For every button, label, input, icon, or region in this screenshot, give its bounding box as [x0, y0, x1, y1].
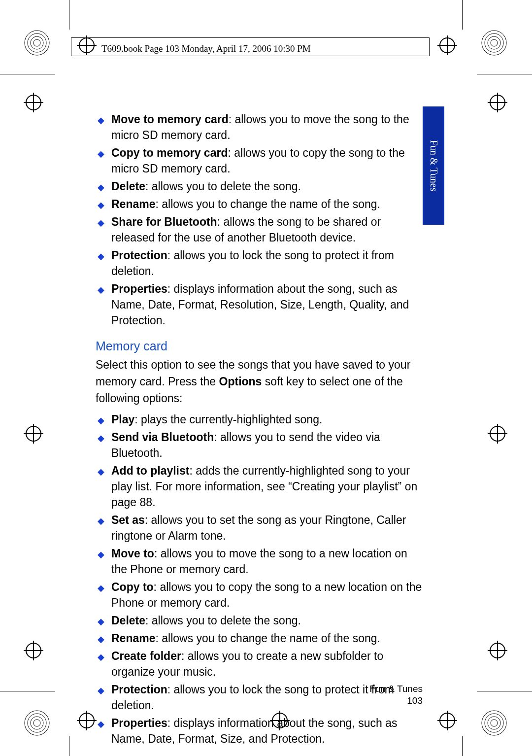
crop-line — [0, 691, 55, 691]
corner-spiral-icon — [24, 30, 50, 56]
list-item-term: Move to — [111, 547, 154, 560]
list-item-desc: : allows you to delete the song. — [145, 614, 301, 627]
list-item: Properties: displays information about t… — [96, 715, 423, 747]
list-item: Protection: allows you to lock the song … — [96, 247, 423, 279]
list-item-term: Protection — [111, 249, 167, 262]
list-item-desc: : allows you to set the song as your Rin… — [111, 514, 406, 542]
intro-bold: Options — [219, 375, 262, 388]
corner-spiral-icon — [24, 710, 50, 736]
list-item-term: Add to playlist — [111, 464, 189, 477]
svg-point-8 — [25, 711, 49, 735]
svg-point-2 — [31, 36, 43, 49]
list-item-term: Properties — [111, 717, 167, 729]
list-item-term: Move to memory card — [111, 113, 229, 126]
svg-point-12 — [482, 711, 506, 735]
svg-point-15 — [491, 720, 498, 726]
footer-page-number: 103 — [96, 695, 423, 707]
corner-spiral-icon — [481, 710, 507, 736]
crop-line — [69, 0, 69, 30]
svg-point-14 — [488, 717, 500, 729]
list-item: Properties: displays information about t… — [96, 281, 423, 328]
registration-mark-icon — [26, 426, 41, 442]
list-item: Create folder: allows you to create a ne… — [96, 648, 423, 680]
list-item: Set as: allows you to set the song as yo… — [96, 512, 423, 544]
list-item: Rename: allows you to change the name of… — [96, 630, 423, 646]
crop-line — [69, 736, 69, 756]
page-content: Move to memory card: allows you to move … — [96, 111, 423, 756]
registration-mark-icon — [79, 713, 95, 728]
registration-mark-icon — [26, 643, 41, 658]
svg-point-4 — [482, 31, 506, 55]
list-item-term: Share for Bluetooth — [111, 215, 217, 228]
list-item: Play: plays the currently-highlighted so… — [96, 412, 423, 427]
list-item-desc: : allows you to delete the song. — [145, 180, 301, 193]
svg-point-3 — [33, 39, 40, 46]
list-item: Move to: allows you to move the song to … — [96, 546, 423, 577]
svg-point-10 — [31, 717, 43, 729]
svg-point-6 — [488, 36, 500, 49]
list-item-term: Rename — [111, 198, 155, 210]
footer-section: Fun & Tunes — [96, 683, 423, 695]
list-item: Move to memory card: allows you to move … — [96, 111, 423, 143]
crop-line — [477, 691, 532, 691]
svg-point-7 — [491, 39, 498, 46]
list-item: Delete: allows you to delete the song. — [96, 178, 423, 194]
registration-mark-icon — [26, 95, 41, 110]
list-item-desc: : allows you to change the name of the s… — [155, 198, 380, 210]
list-item-term: Delete — [111, 614, 145, 627]
list-item-desc: : allows you to move the song to a new l… — [111, 547, 407, 576]
list-item: Copy to memory card: allows you to copy … — [96, 145, 423, 176]
page-footer: Fun & Tunes 103 — [96, 683, 423, 707]
list-item: Rename: allows you to change the name of… — [96, 196, 423, 212]
doc-header: T609.book Page 103 Monday, April 17, 200… — [101, 43, 311, 54]
registration-mark-icon — [439, 37, 455, 53]
registration-mark-icon — [490, 95, 505, 110]
list-item: Add to playlist: adds the currently-high… — [96, 463, 423, 510]
list-item-desc: : allows you to change the name of the s… — [155, 632, 380, 645]
registration-mark-icon — [490, 426, 505, 442]
list-item-term: Rename — [111, 632, 155, 645]
list-item-term: Send via Bluetooth — [111, 431, 214, 444]
list-item-term: Set as — [111, 514, 145, 526]
intro-paragraph: Select this option to see the songs that… — [96, 356, 423, 407]
list-item-term: Delete — [111, 180, 145, 193]
crop-line — [0, 74, 55, 74]
registration-mark-icon — [490, 643, 505, 658]
list-item: Share for Bluetooth: allows the song to … — [96, 214, 423, 245]
list-item-term: Play — [111, 413, 134, 426]
list-item-desc: : allows you to copy the song to a new l… — [111, 581, 422, 609]
list-item: Delete: allows you to delete the song. — [96, 613, 423, 628]
svg-point-0 — [25, 31, 49, 55]
list-item-term: Properties — [111, 282, 167, 295]
list-item-term: Copy to — [111, 581, 154, 593]
options-list-a: Move to memory card: allows you to move … — [96, 111, 423, 328]
list-item: Send via Bluetooth: allows you to send t… — [96, 429, 423, 461]
list-item-desc: : plays the currently-highlighted song. — [134, 413, 322, 426]
crop-line — [477, 74, 532, 74]
section-side-tab: Fun & Tunes — [423, 106, 444, 225]
svg-point-11 — [33, 720, 40, 726]
crop-line — [462, 736, 463, 756]
list-item-term: Copy to memory card — [111, 146, 228, 159]
list-item: Copy to: allows you to copy the song to … — [96, 579, 423, 611]
corner-spiral-icon — [481, 30, 507, 56]
registration-mark-icon — [439, 713, 455, 728]
list-item-term: Create folder — [111, 650, 181, 662]
crop-line — [462, 0, 463, 30]
section-heading-memory-card: Memory card — [96, 339, 423, 353]
